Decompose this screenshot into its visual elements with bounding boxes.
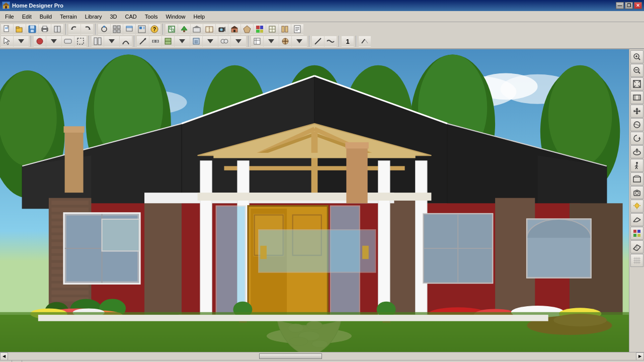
materials-button[interactable] [254, 24, 266, 35]
redo-button[interactable] [81, 24, 93, 35]
toolbar-t2-5-dd[interactable] [104, 36, 119, 47]
toolbar-t2-11[interactable] [218, 36, 230, 47]
toolbar-t2-13[interactable] [279, 36, 291, 47]
dolls-house-button[interactable] [228, 24, 240, 35]
scroll-thumb-h[interactable] [259, 353, 322, 359]
toolbar-t2-13-dd[interactable] [292, 36, 307, 47]
svg-rect-141 [144, 201, 182, 320]
menu-terrain[interactable]: Terrain [56, 13, 81, 21]
toolbar-t2-num1-label: 1 [346, 38, 349, 45]
minimize-button[interactable]: — [616, 2, 624, 9]
restore-button[interactable]: ❐ [625, 2, 633, 9]
zoom-fit-button[interactable] [630, 77, 643, 90]
orbit-button[interactable] [630, 118, 643, 131]
svg-rect-173 [259, 230, 375, 272]
print-button[interactable] [39, 24, 51, 35]
elev-view-button[interactable] [191, 24, 203, 35]
toolbar-t2-wave[interactable] [325, 36, 337, 47]
menu-tools[interactable]: Tools [141, 13, 162, 21]
svg-rect-23 [117, 30, 120, 33]
toolbar-t2-10[interactable]: ⊞ [190, 36, 202, 47]
menu-library[interactable]: Library [81, 13, 106, 21]
menu-3d[interactable]: 3D [106, 13, 121, 21]
perspective-button[interactable] [630, 172, 643, 186]
canvas[interactable] [0, 49, 629, 352]
save-button[interactable] [26, 24, 38, 35]
svg-line-93 [365, 39, 368, 43]
toolbar-t2-9-dd[interactable] [175, 36, 190, 47]
walk-button[interactable] [630, 159, 643, 172]
svg-rect-139 [51, 290, 89, 294]
svg-marker-37 [193, 26, 200, 28]
svg-rect-50 [260, 30, 263, 33]
section-view-button[interactable] [203, 24, 215, 35]
menu-file[interactable]: File [1, 13, 18, 21]
select-tool-dropdown[interactable] [14, 36, 29, 47]
svg-line-254 [637, 220, 640, 222]
toolbar-t2-line[interactable] [312, 36, 324, 47]
select-tool-button[interactable] [1, 36, 13, 47]
toolbar-t2-12-dd[interactable] [264, 36, 279, 47]
close-button[interactable]: ✕ [634, 2, 642, 9]
menu-cad[interactable]: CAD [121, 13, 140, 21]
room-button[interactable] [279, 24, 291, 35]
draw-circle-dropdown[interactable] [46, 36, 61, 47]
scroll-left-button[interactable]: ◀ [0, 352, 8, 360]
open-button[interactable] [14, 24, 26, 35]
toolbar-t2-10-dd[interactable] [203, 36, 218, 47]
svg-rect-20 [113, 26, 116, 29]
svg-rect-177 [424, 214, 493, 283]
svg-rect-28 [143, 27, 145, 29]
plan-button[interactable] [266, 24, 278, 35]
svg-marker-79 [207, 39, 213, 43]
spin-button[interactable] [630, 132, 643, 145]
scroll-track-h[interactable] [8, 352, 636, 360]
toolbar-row-2: ⊞ 1 [1, 35, 643, 47]
toolbar-t2-11-dd[interactable] [231, 36, 246, 47]
menu-edit[interactable]: Edit [18, 13, 36, 21]
svg-rect-66 [94, 38, 97, 45]
toolbar-t2-3[interactable] [62, 36, 74, 47]
toolbar-t2-num1[interactable]: 1 [342, 36, 354, 47]
menu-build[interactable]: Build [36, 13, 56, 21]
toolbar-t2-5[interactable] [92, 36, 104, 47]
toolbar-t2-4[interactable] [74, 36, 87, 47]
toolbar-t2-9[interactable] [162, 36, 174, 47]
toolbar-btn-5[interactable] [51, 24, 63, 35]
menu-help[interactable]: Help [190, 13, 209, 21]
toolbar-t2-angle[interactable] [359, 36, 371, 47]
toolbar-btn-layout[interactable] [136, 24, 148, 35]
landscape-view-button[interactable] [178, 24, 190, 35]
toolbar-t2-8[interactable] [149, 36, 162, 47]
svg-rect-65 [77, 38, 84, 44]
notes-button[interactable] [291, 24, 303, 35]
toolbar-t2-7[interactable] [137, 36, 149, 47]
menu-window[interactable]: Window [162, 13, 189, 21]
toolbar-t2-6[interactable] [120, 36, 132, 47]
zoom-in-button[interactable] [630, 50, 643, 63]
toolbar-sep-2 [95, 24, 96, 35]
tilt-button[interactable] [630, 145, 643, 158]
draw-circle-button[interactable] [34, 36, 46, 47]
material-btn[interactable] [630, 227, 643, 240]
help-button[interactable]: ? [148, 24, 160, 35]
horizontal-scrollbar[interactable]: ◀ ▶ [0, 352, 644, 360]
toolbar-btn-layers[interactable] [123, 24, 135, 35]
new-button[interactable] [1, 24, 13, 35]
zoom-full-button[interactable] [630, 91, 643, 104]
toolbar-btn-grid[interactable] [111, 24, 123, 35]
light-btn[interactable] [630, 200, 643, 213]
toolbar-t2-12[interactable] [251, 36, 263, 47]
undo-button[interactable] [68, 24, 80, 35]
surface-btn[interactable] [630, 240, 643, 253]
object-btn[interactable] [630, 213, 643, 226]
pan-button[interactable] [630, 105, 643, 118]
camera-btn[interactable] [630, 186, 643, 199]
scroll-right-button[interactable]: ▶ [636, 352, 644, 360]
zoom-out-button[interactable] [630, 64, 643, 77]
camera-view-button[interactable] [216, 24, 228, 35]
overview-button[interactable] [241, 24, 253, 35]
floor-plan-view-button[interactable] [166, 24, 178, 35]
grid-3d-btn[interactable] [630, 254, 643, 267]
toolbar-btn-rotate[interactable] [98, 24, 110, 35]
